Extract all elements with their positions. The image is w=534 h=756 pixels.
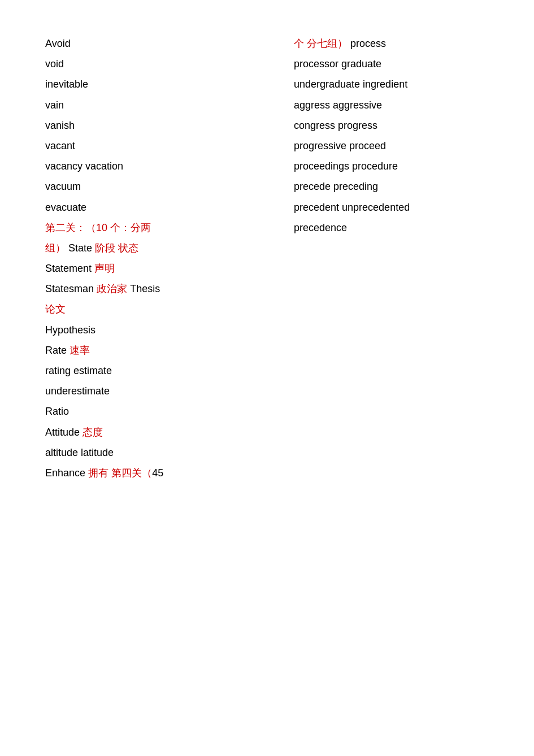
word-item: 论文 (45, 299, 260, 319)
word-item: underestimate (45, 381, 260, 401)
word-item: undergraduate ingredient (294, 75, 489, 94)
word-item: Attitude 态度 (45, 423, 260, 442)
left-column: Avoidvoidinevitablevainvanishvacantvacan… (45, 34, 260, 484)
word-item: altitude latitude (45, 443, 260, 462)
word-item: progressive proceed (294, 136, 489, 155)
word-item: processor graduate (294, 54, 489, 73)
word-item: void (45, 54, 260, 73)
word-item: proceedings procedure (294, 157, 489, 176)
word-item: rating estimate (45, 361, 260, 380)
word-item: inevitable (45, 75, 260, 94)
word-item: vacuum (45, 177, 260, 196)
word-item: 个 分七组） process (294, 34, 489, 53)
word-item: 第二关：（10 个：分两 (45, 218, 260, 237)
word-item: precedent unprecedented (294, 198, 489, 217)
right-column: 个 分七组） processprocessor graduateundergra… (294, 34, 489, 484)
word-item: Ratio (45, 402, 260, 421)
word-item: vacant (45, 136, 260, 155)
word-item: 组） State 阶段 状态 (45, 238, 260, 258)
word-item: Statement 声明 (45, 259, 260, 278)
word-item: evacuate (45, 198, 260, 217)
word-item: vacancy vacation (45, 157, 260, 176)
word-item: Rate 速率 (45, 341, 260, 360)
word-item: congress progress (294, 116, 489, 135)
word-item: aggress aggressive (294, 95, 489, 115)
word-item: Avoid (45, 34, 260, 53)
word-item: Enhance 拥有 第四关（45 (45, 463, 260, 483)
word-item: precedence (294, 218, 489, 237)
word-item: vanish (45, 116, 260, 135)
word-item: Hypothesis (45, 320, 260, 340)
word-item: vain (45, 95, 260, 115)
word-item: precede preceding (294, 177, 489, 196)
word-item: Statesman 政治家 Thesis (45, 279, 260, 298)
main-content: Avoidvoidinevitablevainvanishvacantvacan… (45, 34, 489, 484)
